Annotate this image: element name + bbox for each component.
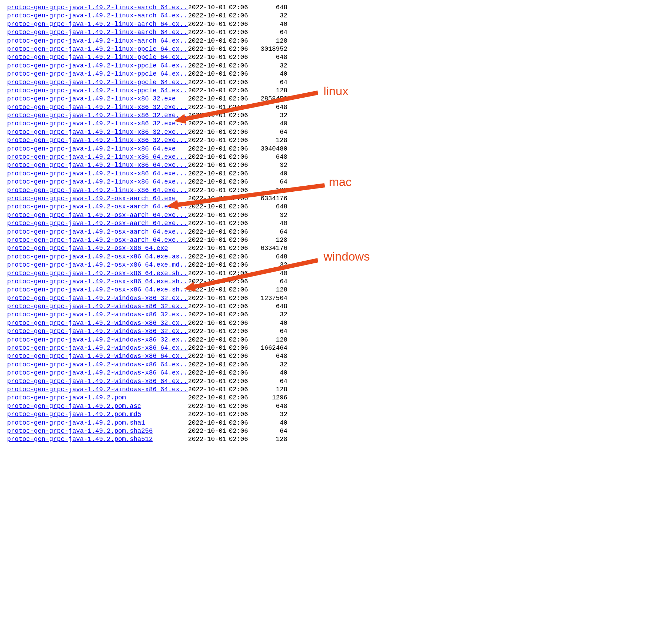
file-link[interactable]: protoc-gen-grpc-java-1.49.2-linux-x86_64… [7, 145, 176, 152]
file-name-cell: protoc-gen-grpc-java-1.49.2-osx-x86_64.e… [7, 244, 188, 252]
file-link[interactable]: protoc-gen-grpc-java-1.49.2-linux-aarch_… [7, 29, 188, 36]
file-link[interactable]: protoc-gen-grpc-java-1.49.2-linux-aarch_… [7, 12, 188, 19]
file-link[interactable]: protoc-gen-grpc-java-1.49.2-linux-x86_32… [7, 104, 188, 111]
file-link[interactable]: protoc-gen-grpc-java-1.49.2-osx-aarch_64… [7, 212, 188, 219]
file-link[interactable]: protoc-gen-grpc-java-1.49.2-linux-ppcle_… [7, 62, 188, 69]
file-time: 02:06 [229, 228, 252, 236]
file-name-cell: protoc-gen-grpc-java-1.49.2-linux-ppcle_… [7, 70, 188, 78]
file-date: 2022-10-01 [188, 402, 229, 410]
file-link[interactable]: protoc-gen-grpc-java-1.49.2-osx-x86_64.e… [7, 245, 168, 252]
file-link[interactable]: protoc-gen-grpc-java-1.49.2.pom.sha256 [7, 427, 153, 435]
file-link[interactable]: protoc-gen-grpc-java-1.49.2-osx-x86_64.e… [7, 261, 188, 268]
file-link[interactable]: protoc-gen-grpc-java-1.49.2-osx-aarch_64… [7, 220, 188, 227]
file-link[interactable]: protoc-gen-grpc-java-1.49.2-osx-aarch_64… [7, 203, 188, 210]
file-size: 648 [252, 103, 287, 111]
file-link[interactable]: protoc-gen-grpc-java-1.49.2-windows-x86_… [7, 311, 188, 318]
file-size: 40 [252, 219, 287, 228]
file-link[interactable]: protoc-gen-grpc-java-1.49.2.pom.md5 [7, 411, 141, 418]
file-link[interactable]: protoc-gen-grpc-java-1.49.2.pom.sha1 [7, 419, 145, 426]
file-link[interactable]: protoc-gen-grpc-java-1.49.2-linux-ppcle_… [7, 70, 188, 77]
file-size: 32 [252, 111, 287, 120]
file-time: 02:06 [229, 435, 252, 443]
file-date: 2022-10-01 [188, 261, 229, 269]
file-name-cell: protoc-gen-grpc-java-1.49.2.pom.sha256 [7, 427, 188, 435]
file-link[interactable]: protoc-gen-grpc-java-1.49.2-windows-x86_… [7, 320, 188, 327]
file-link[interactable]: protoc-gen-grpc-java-1.49.2-linux-ppcle_… [7, 79, 188, 86]
file-link[interactable]: protoc-gen-grpc-java-1.49.2-linux-aarch_… [7, 4, 188, 11]
file-link[interactable]: protoc-gen-grpc-java-1.49.2-linux-x86_32… [7, 95, 176, 102]
table-row: protoc-gen-grpc-java-1.49.2.pom.sha12022… [7, 419, 638, 427]
file-time: 02:06 [229, 294, 252, 302]
file-link[interactable]: protoc-gen-grpc-java-1.49.2-windows-x86_… [7, 369, 188, 376]
file-time: 02:06 [229, 286, 252, 294]
file-link[interactable]: protoc-gen-grpc-java-1.49.2-linux-ppcle_… [7, 54, 188, 61]
file-size: 648 [252, 302, 287, 311]
file-time: 02:06 [229, 186, 252, 195]
file-link[interactable]: protoc-gen-grpc-java-1.49.2-linux-ppcle_… [7, 87, 188, 94]
file-link[interactable]: protoc-gen-grpc-java-1.49.2-linux-aarch_… [7, 21, 188, 28]
file-name-cell: protoc-gen-grpc-java-1.49.2-linux-aarch_… [7, 20, 188, 28]
file-link[interactable]: protoc-gen-grpc-java-1.49.2-windows-x86_… [7, 328, 188, 335]
file-time: 02:06 [229, 203, 252, 211]
file-name-cell: protoc-gen-grpc-java-1.49.2-windows-x86_… [7, 377, 188, 386]
file-date: 2022-10-01 [188, 136, 229, 144]
file-link[interactable]: protoc-gen-grpc-java-1.49.2-osx-aarch_64… [7, 195, 176, 202]
file-size: 40 [252, 269, 287, 278]
file-date: 2022-10-01 [188, 170, 229, 178]
file-size: 64 [252, 278, 287, 286]
file-date: 2022-10-01 [188, 294, 229, 302]
file-link[interactable]: protoc-gen-grpc-java-1.49.2-windows-x86_… [7, 386, 188, 393]
file-link[interactable]: protoc-gen-grpc-java-1.49.2-osx-x86_64.e… [7, 253, 188, 260]
file-link[interactable]: protoc-gen-grpc-java-1.49.2-windows-x86_… [7, 361, 188, 368]
file-link[interactable]: protoc-gen-grpc-java-1.49.2-windows-x86_… [7, 378, 188, 385]
file-link[interactable]: protoc-gen-grpc-java-1.49.2-linux-aarch_… [7, 37, 188, 44]
file-time: 02:06 [229, 128, 252, 136]
file-time: 02:06 [229, 219, 252, 228]
file-link[interactable]: protoc-gen-grpc-java-1.49.2-osx-aarch_64… [7, 236, 188, 244]
file-link[interactable]: protoc-gen-grpc-java-1.49.2-windows-x86_… [7, 336, 188, 343]
file-name-cell: protoc-gen-grpc-java-1.49.2-linux-ppcle_… [7, 78, 188, 87]
file-link[interactable]: protoc-gen-grpc-java-1.49.2-linux-x86_32… [7, 112, 188, 119]
file-size: 648 [252, 153, 287, 161]
file-link[interactable]: protoc-gen-grpc-java-1.49.2-linux-x86_64… [7, 170, 188, 177]
file-size: 64 [252, 427, 287, 435]
file-date: 2022-10-01 [188, 178, 229, 186]
file-link[interactable]: protoc-gen-grpc-java-1.49.2-linux-x86_64… [7, 178, 188, 185]
file-link[interactable]: protoc-gen-grpc-java-1.49.2-osx-x86_64.e… [7, 278, 188, 285]
table-row: protoc-gen-grpc-java-1.49.2.pom.sha51220… [7, 435, 638, 443]
file-link[interactable]: protoc-gen-grpc-java-1.49.2-linux-x86_32… [7, 137, 188, 144]
file-link[interactable]: protoc-gen-grpc-java-1.49.2-linux-x86_64… [7, 187, 188, 194]
file-link[interactable]: protoc-gen-grpc-java-1.49.2.pom.sha512 [7, 436, 153, 443]
file-link[interactable]: protoc-gen-grpc-java-1.49.2-linux-x86_32… [7, 120, 188, 127]
file-time: 02:06 [229, 253, 252, 261]
file-size: 64 [252, 228, 287, 236]
file-link[interactable]: protoc-gen-grpc-java-1.49.2-osx-x86_64.e… [7, 286, 188, 293]
file-link[interactable]: protoc-gen-grpc-java-1.49.2-windows-x86_… [7, 295, 188, 302]
file-link[interactable]: protoc-gen-grpc-java-1.49.2-linux-x86_32… [7, 129, 188, 136]
file-link[interactable]: protoc-gen-grpc-java-1.49.2.pom [7, 394, 126, 401]
file-date: 2022-10-01 [188, 12, 229, 20]
file-size: 40 [252, 319, 287, 327]
table-row: protoc-gen-grpc-java-1.49.2-osx-x86_64.e… [7, 244, 638, 252]
file-link[interactable]: protoc-gen-grpc-java-1.49.2-windows-x86_… [7, 353, 188, 360]
file-link[interactable]: protoc-gen-grpc-java-1.49.2-linux-ppcle_… [7, 45, 188, 53]
table-row: protoc-gen-grpc-java-1.49.2-osx-x86_64.e… [7, 278, 638, 286]
file-link[interactable]: protoc-gen-grpc-java-1.49.2-windows-x86_… [7, 303, 188, 310]
file-size: 40 [252, 70, 287, 78]
file-link[interactable]: protoc-gen-grpc-java-1.49.2.pom.asc [7, 403, 141, 410]
table-row: protoc-gen-grpc-java-1.49.2-windows-x86_… [7, 352, 638, 360]
table-row: protoc-gen-grpc-java-1.49.2-linux-x86_32… [7, 111, 638, 120]
file-name-cell: protoc-gen-grpc-java-1.49.2-osx-x86_64.e… [7, 261, 188, 269]
file-name-cell: protoc-gen-grpc-java-1.49.2-windows-x86_… [7, 319, 188, 327]
file-date: 2022-10-01 [188, 153, 229, 161]
table-row: protoc-gen-grpc-java-1.49.2-linux-ppcle_… [7, 45, 638, 53]
file-link[interactable]: protoc-gen-grpc-java-1.49.2-osx-x86_64.e… [7, 270, 188, 277]
file-link[interactable]: protoc-gen-grpc-java-1.49.2-linux-x86_64… [7, 153, 188, 160]
file-link[interactable]: protoc-gen-grpc-java-1.49.2-osx-aarch_64… [7, 228, 188, 235]
file-name-cell: protoc-gen-grpc-java-1.49.2-linux-x86_32… [7, 111, 188, 120]
file-link[interactable]: protoc-gen-grpc-java-1.49.2-windows-x86_… [7, 344, 188, 351]
file-name-cell: protoc-gen-grpc-java-1.49.2-linux-ppcle_… [7, 53, 188, 61]
file-link[interactable]: protoc-gen-grpc-java-1.49.2-linux-x86_64… [7, 162, 188, 169]
file-size: 128 [252, 286, 287, 294]
file-time: 02:06 [229, 111, 252, 120]
